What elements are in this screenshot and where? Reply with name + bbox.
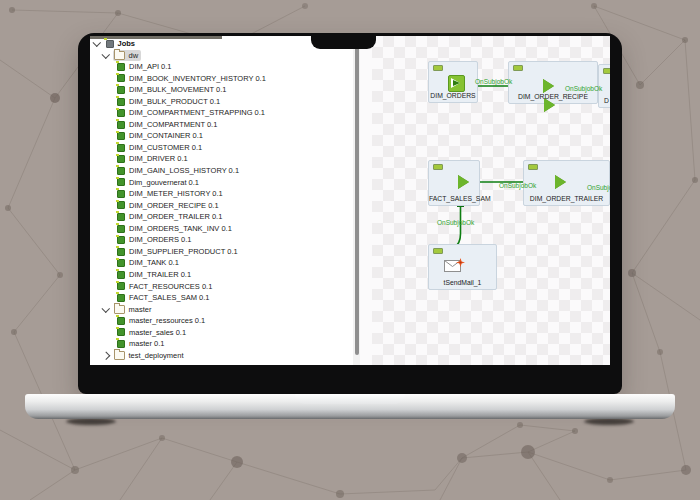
tree-item[interactable]: DIM_TANK 0.1	[115, 258, 182, 268]
tree-row-dim-gain-loss-history-0-1[interactable]: DIM_GAIN_LOSS_HISTORY 0.1	[90, 165, 353, 177]
tree-row-dim-orders-tank-inv-0-1[interactable]: DIM_ORDERS_TANK_INV 0.1	[90, 223, 353, 235]
tree-row-master[interactable]: master	[90, 304, 353, 316]
tree-item[interactable]: FACT_RESOURCES 0.1	[115, 281, 215, 291]
chevron-down-icon[interactable]	[102, 50, 110, 58]
job-node-fact-sales-sam[interactable]: FACT_SALES_SAM	[428, 160, 480, 206]
tree-row-fact-resources-0-1[interactable]: FACT_RESOURCES 0.1	[90, 280, 353, 292]
tree-item[interactable]: DIM_CONTAINER 0.1	[115, 131, 206, 141]
tree-row-dim-order-trailer-0-1[interactable]: DIM_ORDER_TRAILER 0.1	[90, 211, 353, 223]
connection-label[interactable]: OnSubjobOk	[475, 79, 512, 86]
job-design-canvas[interactable]: OnSubjobOk OnSubjobOk OnSubjobOk OnSubjo…	[360, 36, 610, 365]
tree-item-label: master	[129, 306, 152, 314]
job-icon	[117, 144, 125, 152]
tree-item-label: master_ressources 0.1	[129, 317, 205, 325]
tree-row-dw[interactable]: dw	[90, 50, 353, 62]
runjob-icon	[458, 175, 469, 189]
job-icon	[117, 259, 125, 267]
tree-item-label: DIM_BOOK_INVENTORY_HISTORY 0.1	[129, 75, 266, 83]
subjob-badge	[433, 164, 443, 170]
job-icon	[117, 201, 125, 209]
job-icon	[117, 190, 125, 198]
tree-row-dim-driver-0-1[interactable]: DIM_DRIVER 0.1	[90, 153, 353, 165]
tree-item[interactable]: DIM_BULK_PRODUCT 0.1	[115, 97, 223, 107]
job-icon	[117, 294, 125, 302]
chevron-down-icon[interactable]	[93, 38, 101, 46]
tree-row-master-ressources-0-1[interactable]: master_ressources 0.1	[90, 315, 353, 327]
tree-item[interactable]: DIM_CUSTOMER 0.1	[115, 143, 205, 153]
tree-row-dim-container-0-1[interactable]: DIM_CONTAINER 0.1	[90, 130, 353, 142]
tree-item[interactable]: master_ressources 0.1	[115, 316, 208, 326]
tree-row-dim-trailer-0-1[interactable]: DIM_TRAILER 0.1	[90, 269, 353, 281]
tree-item[interactable]: master	[113, 304, 155, 315]
chevron-down-icon[interactable]	[102, 304, 110, 312]
chevron-right-icon[interactable]	[102, 352, 110, 360]
laptop-lid-scoop	[295, 394, 405, 404]
tree-row-master-0-1[interactable]: master 0.1	[90, 338, 353, 350]
subjob-badge	[603, 68, 610, 74]
tree-row-fact-sales-sam-0-1[interactable]: FACT_SALES_SAM 0.1	[90, 292, 353, 304]
tree-item[interactable]: Jobs	[104, 39, 139, 49]
tree-item[interactable]: DIM_API 0.1	[115, 62, 175, 72]
job-icon	[117, 271, 125, 279]
tree-row-master-sales-0-1[interactable]: master_sales 0.1	[90, 327, 353, 339]
tree-row-dim-order-recipe-0-1[interactable]: DIM_ORDER_RECIPE 0.1	[90, 200, 353, 212]
node-label: tSendMail_1	[429, 280, 496, 287]
connection-label[interactable]: OnSubjobOk	[565, 86, 602, 93]
tree-row-dim-customer-0-1[interactable]: DIM_CUSTOMER 0.1	[90, 142, 353, 154]
connection-label[interactable]: OnSubjobOk	[437, 220, 474, 227]
tree-row-dim-supplier-product-0-1[interactable]: DIM_SUPPLIER_PRODUCT 0.1	[90, 246, 353, 258]
tree-item[interactable]: DIM_COMPARTMENT_STRAPPING 0.1	[115, 108, 268, 118]
tree-item[interactable]: DIM_GAIN_LOSS_HISTORY 0.1	[115, 166, 242, 176]
tree-item[interactable]: Dim_gouvernerat 0.1	[115, 177, 202, 187]
tree-item[interactable]: DIM_DRIVER 0.1	[115, 154, 191, 164]
tree-item[interactable]: DIM_ORDER_RECIPE 0.1	[115, 200, 222, 210]
laptop-foot-shadow-left	[66, 418, 116, 425]
tree-item[interactable]: DIM_METER_HISTORY 0.1	[115, 189, 226, 199]
tree-scrollbar-track[interactable]	[353, 36, 360, 365]
tree-item-label: Dim_gouvernerat 0.1	[129, 179, 199, 187]
tree-item[interactable]: DIM_ORDER_TRAILER 0.1	[115, 212, 225, 222]
tree-item[interactable]: DIM_ORDERS_TANK_INV 0.1	[115, 224, 235, 234]
tree-row-dim-gouvernerat-0-1[interactable]: Dim_gouvernerat 0.1	[90, 177, 353, 189]
connection-label[interactable]: OnSubjobOk	[499, 183, 536, 190]
tree-item-label: DIM_SUPPLIER_PRODUCT 0.1	[129, 248, 238, 256]
tree-item-label: DIM_COMPARTMENT_STRAPPING 0.1	[129, 109, 265, 117]
job-icon	[117, 317, 125, 325]
tree-row-dim-tank-0-1[interactable]: DIM_TANK 0.1	[90, 257, 353, 269]
tree-item[interactable]: dw	[113, 50, 142, 61]
tree-row-dim-meter-history-0-1[interactable]: DIM_METER_HISTORY 0.1	[90, 188, 353, 200]
job-icon	[117, 63, 125, 71]
tree-row-dim-compartment-strapping-0-1[interactable]: DIM_COMPARTMENT_STRAPPING 0.1	[90, 107, 353, 119]
tree-item[interactable]: DIM_COMPARTMENT 0.1	[115, 120, 220, 130]
tree-row-dim-book-inventory-history-0-1[interactable]: DIM_BOOK_INVENTORY_HISTORY 0.1	[90, 73, 353, 85]
tree-item[interactable]: master 0.1	[115, 339, 167, 349]
tree-row-dim-api-0-1[interactable]: DIM_API 0.1	[90, 61, 353, 73]
tree-item[interactable]: DIM_BOOK_INVENTORY_HISTORY 0.1	[115, 73, 269, 83]
tree-item[interactable]: DIM_TRAILER 0.1	[115, 270, 194, 280]
tree-item[interactable]: test_deployment	[113, 350, 187, 361]
job-icon	[117, 225, 125, 233]
tree-item[interactable]: master_sales 0.1	[115, 327, 189, 337]
tree-item[interactable]: FACT_SALES_SAM 0.1	[115, 293, 212, 303]
job-node-tsendmail[interactable]: tSendMail_1	[428, 244, 497, 290]
tree-row-dim-bulk-product-0-1[interactable]: DIM_BULK_PRODUCT 0.1	[90, 96, 353, 108]
tree-item-label: DIM_METER_HISTORY 0.1	[129, 190, 223, 198]
tree-scrollbar-thumb[interactable]	[355, 41, 359, 355]
runjob-icon	[555, 175, 566, 189]
tree-item-label: DIM_CONTAINER 0.1	[129, 132, 203, 140]
jobs-root-icon	[106, 40, 114, 48]
tree-item[interactable]: DIM_ORDERS 0.1	[115, 235, 195, 245]
tree-item[interactable]: DIM_BULK_MOVEMENT 0.1	[115, 85, 229, 95]
subjob-badge	[433, 65, 443, 71]
tree-row-dim-orders-0-1[interactable]: DIM_ORDERS 0.1	[90, 234, 353, 246]
job-node-dim-orders[interactable]: DIM_ORDERS	[428, 61, 478, 103]
folder-icon	[114, 51, 125, 60]
tree-row-dim-bulk-movement-0-1[interactable]: DIM_BULK_MOVEMENT 0.1	[90, 84, 353, 96]
tree-row-test-deployment[interactable]: test_deployment	[90, 350, 353, 362]
connection-label[interactable]: OnSubjobOk	[587, 185, 610, 192]
tree-row-dim-compartment-0-1[interactable]: DIM_COMPARTMENT 0.1	[90, 119, 353, 131]
runjob-icon	[543, 79, 554, 93]
job-icon	[117, 340, 125, 348]
tree-item[interactable]: DIM_SUPPLIER_PRODUCT 0.1	[115, 247, 241, 257]
node-label: DIM_ORDER_TRAILER	[524, 196, 609, 203]
